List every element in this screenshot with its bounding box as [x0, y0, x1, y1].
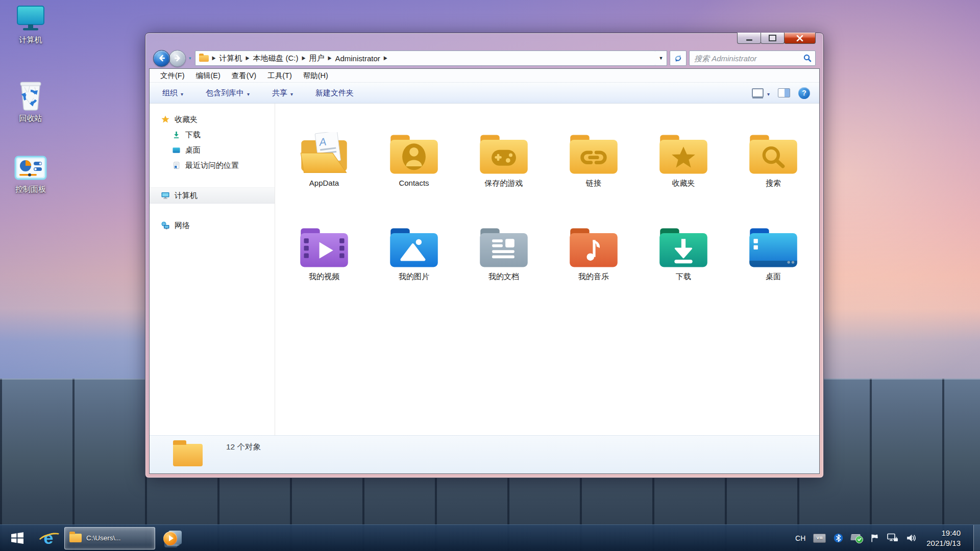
file-label: Contacts — [399, 179, 429, 187]
system-tray: CH vm 19:40 2021/9/13 — [795, 525, 980, 551]
breadcrumb-users[interactable]: 用户 — [309, 54, 324, 63]
file-item-my-music[interactable]: 我的音乐 — [549, 226, 639, 319]
file-item-my-videos[interactable]: 我的视频 — [279, 226, 369, 319]
recent-places-icon — [172, 161, 181, 170]
start-button[interactable] — [0, 525, 35, 551]
breadcrumb-computer[interactable]: 计算机 — [219, 54, 242, 63]
file-label: 保存的游戏 — [485, 179, 523, 188]
breadcrumb-separator-icon: ▶ — [302, 55, 306, 61]
arrow-left-icon — [158, 54, 166, 62]
chevron-down-icon — [247, 89, 250, 97]
share-button[interactable]: 共享 — [265, 85, 300, 101]
desktop-icon — [172, 146, 181, 155]
sidebar-item-recent-places[interactable]: 最近访问的位置 — [150, 158, 275, 173]
history-dropdown[interactable]: ▾ — [189, 56, 191, 61]
menu-tools[interactable]: 工具(T) — [262, 69, 298, 82]
file-item-my-documents[interactable]: 我的文档 — [459, 226, 549, 319]
desktop-icon-computer[interactable]: 计算机 — [4, 4, 57, 45]
menu-bar: 文件(F) 编辑(E) 查看(V) 工具(T) 帮助(H) — [150, 69, 819, 83]
file-item-appdata[interactable]: A AppData — [279, 132, 369, 226]
bluetooth-icon[interactable] — [834, 533, 843, 543]
sidebar-item-computer[interactable]: 计算机 — [150, 187, 275, 204]
file-item-saved-games[interactable]: 保存的游戏 — [459, 132, 549, 226]
new-folder-button[interactable]: 新建文件夹 — [309, 85, 360, 101]
network-icon — [161, 221, 170, 230]
show-desktop-button[interactable] — [973, 525, 980, 551]
control-panel-icon — [14, 156, 47, 182]
searches-folder-icon — [747, 132, 800, 177]
address-dropdown-button[interactable]: ▼ — [655, 51, 667, 66]
preview-pane-button[interactable] — [778, 88, 790, 97]
window-client-area: 文件(F) 编辑(E) 查看(V) 工具(T) 帮助(H) 组织 包含到库中 共… — [149, 68, 820, 474]
sidebar-item-desktop[interactable]: 桌面 — [150, 142, 275, 158]
maximize-button[interactable] — [761, 33, 785, 44]
include-in-library-button[interactable]: 包含到库中 — [199, 85, 256, 101]
file-label: 我的图片 — [399, 272, 429, 282]
downloads-folder-icon — [657, 226, 710, 270]
search-input[interactable] — [693, 54, 801, 63]
taskbar: e C:\Users\... CH vm — [0, 524, 980, 551]
videos-folder-icon — [298, 226, 351, 270]
appdata-folder-icon: A — [298, 132, 351, 177]
desktop-icon-label: 回收站 — [4, 114, 57, 123]
address-bar: ▾ ▶ 计算机 ▶ 本地磁盘 (C:) ▶ 用户 ▶ Administrator… — [149, 49, 820, 67]
search-box[interactable] — [689, 51, 816, 66]
file-item-downloads[interactable]: 下载 — [639, 226, 728, 319]
folder-icon — [69, 534, 82, 542]
media-player-button[interactable] — [155, 525, 189, 551]
action-center-flag-icon[interactable] — [870, 533, 879, 543]
input-language-indicator[interactable]: CH — [795, 534, 805, 542]
desktop-icon-control-panel[interactable]: 控制面板 — [4, 156, 57, 194]
search-icon[interactable] — [803, 54, 812, 62]
file-item-links[interactable]: 链接 — [549, 132, 639, 226]
computer-icon — [161, 191, 170, 200]
minimize-icon — [746, 39, 752, 41]
explorer-task-button[interactable]: C:\Users\... — [64, 527, 155, 549]
back-button[interactable] — [153, 50, 170, 67]
breadcrumb-local-disk[interactable]: 本地磁盘 (C:) — [253, 54, 298, 63]
sidebar-item-favorites[interactable]: 收藏夹 — [150, 112, 275, 127]
breadcrumb[interactable]: ▶ 计算机 ▶ 本地磁盘 (C:) ▶ 用户 ▶ Administrator ▶ — [195, 51, 656, 66]
details-pane: 12 个对象 — [150, 435, 819, 473]
documents-folder-icon — [477, 226, 530, 270]
vmware-tray-icon[interactable]: vm — [813, 534, 826, 543]
internet-explorer-button[interactable]: e — [35, 525, 62, 551]
volume-icon[interactable] — [906, 533, 917, 543]
sidebar-item-network[interactable]: 网络 — [150, 218, 275, 233]
desktop-icon-label: 计算机 — [4, 35, 57, 45]
minimize-button[interactable] — [737, 33, 761, 44]
file-list: A AppData — [275, 104, 819, 435]
internet-explorer-icon: e — [39, 529, 58, 548]
desktop-icon-label: 控制面板 — [4, 185, 57, 194]
caption-buttons — [738, 33, 816, 44]
chevron-down-icon — [767, 89, 770, 97]
menu-edit[interactable]: 编辑(E) — [190, 69, 226, 82]
links-folder-icon — [567, 132, 620, 177]
file-item-favorites[interactable]: 收藏夹 — [639, 132, 728, 226]
file-item-my-pictures[interactable]: 我的图片 — [369, 226, 459, 319]
views-icon — [752, 88, 764, 97]
recycle-bin-icon — [14, 78, 47, 111]
desktop-icon-recycle-bin[interactable]: 回收站 — [4, 78, 57, 123]
sidebar-item-downloads[interactable]: 下载 — [150, 127, 275, 142]
file-item-contacts[interactable]: Contacts — [369, 132, 459, 226]
clock-time: 19:40 — [926, 528, 961, 538]
vmware-tools-icon[interactable] — [851, 534, 862, 543]
network-status-icon[interactable] — [887, 533, 898, 543]
organize-button[interactable]: 组织 — [156, 85, 190, 101]
change-view-button[interactable] — [752, 88, 770, 97]
menu-file[interactable]: 文件(F) — [155, 69, 190, 82]
folder-icon — [199, 55, 209, 62]
refresh-button[interactable] — [670, 51, 687, 66]
music-folder-icon — [567, 226, 620, 270]
clock[interactable]: 19:40 2021/9/13 — [926, 528, 961, 548]
menu-view[interactable]: 查看(V) — [226, 69, 262, 82]
file-item-searches[interactable]: 搜索 — [728, 132, 818, 226]
breadcrumb-administrator[interactable]: Administrator — [335, 54, 380, 63]
close-button[interactable] — [784, 33, 816, 44]
help-button[interactable]: ? — [798, 87, 810, 99]
navigation-pane: 收藏夹 下载 桌面 — [150, 104, 275, 435]
menu-help[interactable]: 帮助(H) — [298, 69, 334, 82]
forward-button[interactable] — [169, 50, 186, 67]
file-item-desktop[interactable]: 桌面 — [728, 226, 818, 319]
